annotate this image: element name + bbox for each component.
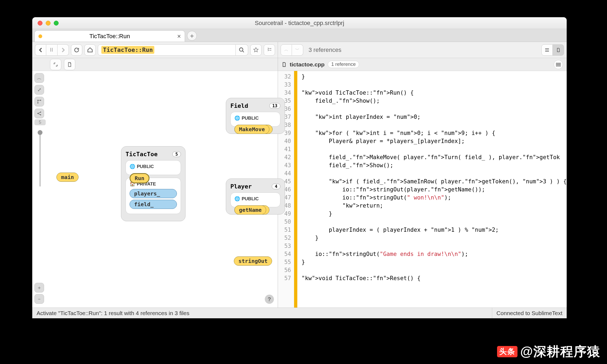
help-button[interactable]: ?	[265, 295, 274, 304]
tab-bar: TicTacToe::Run × ＋	[32, 29, 567, 42]
search-value: TicTacToe::Run	[101, 46, 154, 54]
new-tab-button[interactable]: ＋	[187, 31, 197, 41]
bookmark-button[interactable]	[250, 44, 262, 56]
status-bar: Activate "TicTacToe::Run": 1 result with…	[32, 308, 567, 318]
next-ref-button[interactable]: ﹀	[292, 44, 303, 56]
tab-label: TicTacToe::Run	[46, 33, 173, 40]
refs-summary: 3 references	[305, 47, 341, 53]
code-toolbar: ︿ ﹀ 3 references	[278, 42, 567, 58]
status-connection: Connected to SublimeText	[492, 308, 562, 318]
highlight-column	[294, 71, 297, 308]
svg-rect-9	[545, 48, 549, 49]
search-wrap: TicTacToe::Run	[98, 44, 248, 56]
class-name: Field	[230, 102, 248, 109]
nav-up-button[interactable]: ︿	[34, 73, 44, 83]
traffic-lights	[38, 21, 59, 26]
refresh-button[interactable]	[71, 44, 82, 56]
graph-subtoolbar	[32, 58, 278, 71]
forward-button[interactable]	[58, 44, 69, 56]
class-count: 5	[172, 151, 181, 157]
back-button[interactable]	[35, 44, 46, 56]
bookmarks-list-button[interactable]	[264, 44, 275, 56]
section-public: 🌐PUBLIC Show SameInRow MakeMove	[230, 112, 280, 127]
search-input[interactable]: TicTacToe::Run	[98, 44, 236, 56]
graph-pane: TicTacToe::Run ︿ ⤢ 5	[32, 42, 278, 308]
watermark-chip: 头条	[497, 346, 517, 357]
watermark-text: @深耕程序猿	[520, 343, 601, 360]
section-public: 🌐PUBLIC Turn getToken getName	[230, 192, 280, 207]
graph-canvas[interactable]: ︿ ⤢ 5 main TicTacToe5 🌐PUBLIC Run	[32, 71, 278, 308]
zoom-level: 5	[34, 119, 46, 125]
svg-rect-10	[545, 51, 549, 52]
file-icon	[282, 62, 287, 67]
svg-rect-13	[556, 66, 561, 66]
file-name[interactable]: tictactoe.cpp	[290, 61, 325, 68]
svg-rect-1	[52, 48, 53, 52]
status-message: Activate "TicTacToe::Run": 1 result with…	[37, 310, 190, 316]
class-count: 13	[269, 103, 280, 109]
code-file-header: tictactoe.cpp 1 reference	[278, 58, 567, 71]
app-window: Sourcetrail - tictactoe_cpp.srctrlprj Ti…	[32, 17, 567, 318]
zoom-window-button[interactable]	[54, 21, 59, 26]
save-graph-button[interactable]	[64, 59, 75, 70]
svg-rect-12	[556, 64, 561, 65]
public-label: 🌐PUBLIC	[234, 196, 276, 202]
member-run[interactable]: Run	[130, 173, 149, 183]
globe-icon: 🌐	[234, 115, 240, 121]
node-main[interactable]: main	[56, 173, 78, 182]
view-mode-group	[541, 44, 564, 56]
class-name: TicTacToe	[126, 151, 158, 158]
layout-tool-3[interactable]	[34, 109, 44, 118]
tab-status-dot-icon	[38, 34, 42, 38]
layout-tool-1[interactable]: ⤢	[34, 85, 44, 95]
public-label: 🌐PUBLIC	[234, 115, 276, 121]
zoom-controls: ＋ －	[34, 283, 44, 304]
history-button[interactable]	[46, 44, 58, 56]
minimize-window-button[interactable]	[46, 21, 51, 26]
zoom-slider-thumb[interactable]	[38, 130, 42, 135]
code-lines[interactable]: } "kw">void TicTacToe::"fn">Run() { fiel…	[298, 71, 567, 308]
class-tictactoe[interactable]: TicTacToe5 🌐PUBLIC Run 🏠PRIVATE players_…	[121, 146, 185, 221]
globe-icon: 🌐	[234, 196, 240, 202]
file-menu-button[interactable]	[554, 60, 563, 69]
file-ref-count: 1 reference	[328, 61, 359, 68]
class-count: 4	[272, 184, 280, 189]
svg-point-2	[240, 48, 243, 51]
zoom-in-button[interactable]: ＋	[34, 283, 44, 292]
file-view-button[interactable]	[553, 44, 564, 56]
home-button[interactable]	[84, 44, 96, 56]
member-field[interactable]: field_	[130, 200, 177, 209]
svg-rect-11	[556, 63, 561, 64]
search-button[interactable]	[236, 44, 248, 56]
class-player[interactable]: Player4 🌐PUBLIC Turn getToken getName	[226, 179, 285, 215]
snippet-view-button[interactable]	[541, 44, 553, 56]
member-players[interactable]: players_	[130, 189, 177, 198]
window-title: Sourcetrail - tictactoe_cpp.srctrlprj	[32, 20, 567, 27]
tab-close-button[interactable]: ×	[177, 33, 181, 40]
class-field[interactable]: Field13 🌐PUBLIC Show SameInRow MakeMove	[226, 98, 285, 134]
globe-icon: 🌐	[130, 164, 135, 169]
zoom-slider[interactable]	[40, 130, 41, 187]
class-name: Player	[230, 183, 252, 190]
graph-side-tools: ︿ ⤢ 5	[34, 71, 46, 189]
prev-ref-button[interactable]: ︿	[281, 44, 292, 56]
main-content: TicTacToe::Run ︿ ⤢ 5	[32, 42, 567, 308]
member-makemove[interactable]: MakeMove	[234, 125, 269, 134]
public-label: 🌐PUBLIC	[130, 164, 177, 169]
layout-tool-2[interactable]	[34, 97, 44, 106]
watermark: 头条 @深耕程序猿	[497, 343, 601, 360]
titlebar: Sourcetrail - tictactoe_cpp.srctrlprj	[32, 17, 567, 29]
graph-toolbar: TicTacToe::Run	[32, 42, 278, 58]
zoom-out-button[interactable]: －	[34, 294, 44, 304]
tab-tictactoe-run[interactable]: TicTacToe::Run ×	[34, 30, 185, 42]
close-window-button[interactable]	[38, 21, 42, 26]
expand-button[interactable]	[50, 59, 61, 70]
member-getname[interactable]: getName	[234, 205, 266, 215]
ref-nav-group: ︿ ﹀	[281, 44, 303, 56]
svg-rect-0	[50, 48, 51, 52]
code-area[interactable]: 3233343536373839404142434445464748495051…	[278, 71, 567, 308]
section-public: 🌐PUBLIC Run	[126, 160, 181, 175]
nav-group	[35, 44, 69, 56]
node-stringout[interactable]: stringOut	[234, 256, 272, 266]
code-pane: ︿ ﹀ 3 references tictactoe.cpp 1 referen…	[278, 42, 567, 308]
